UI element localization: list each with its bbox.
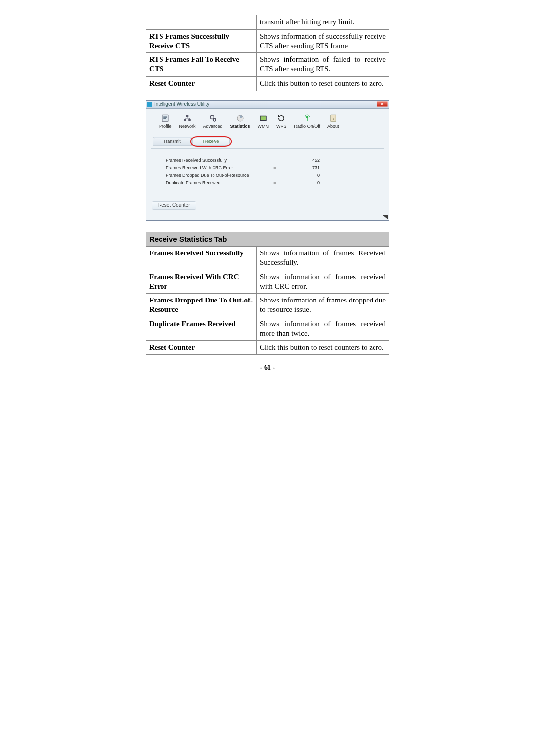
app-icon xyxy=(147,102,152,107)
desc-cell: Shows information of frames dropped due … xyxy=(257,294,389,317)
term-cell: Frames Received Successfully xyxy=(146,247,257,270)
term-cell: Reset Counter xyxy=(146,341,257,355)
statistics-icon xyxy=(235,114,245,123)
table-row: Reset Counter Click this button to reset… xyxy=(146,341,389,355)
svg-rect-4 xyxy=(184,119,186,121)
svg-point-12 xyxy=(306,116,309,118)
statistics-subtabs: Transmit Receive xyxy=(151,132,384,149)
table-row: Reset Counter Click this button to reset… xyxy=(146,76,389,91)
term-cell: Frames Received With CRC Error xyxy=(146,270,257,294)
toolbar-profile[interactable]: Profile xyxy=(156,113,175,130)
table-row: transmit after hitting retry limit. xyxy=(146,15,389,30)
stat-equals: = xyxy=(265,165,285,170)
stat-label: Frames Received With CRC Error xyxy=(166,165,265,170)
stat-value: 0 xyxy=(285,173,320,178)
toolbar-item-label: About xyxy=(327,124,339,129)
stat-row: Frames Received Successfully = 452 xyxy=(166,158,374,163)
wmm-icon xyxy=(258,114,268,123)
page-number: - 61 - xyxy=(0,364,535,372)
toolbar-item-label: WPS xyxy=(276,124,287,129)
table-row: Duplicate Frames Received Shows informat… xyxy=(146,317,389,341)
receive-stats-block: Frames Received Successfully = 452 Frame… xyxy=(151,153,384,193)
toolbar-item-label: Radio On/Off xyxy=(294,124,320,129)
tab-receive[interactable]: Receive xyxy=(193,137,230,145)
term-cell: Duplicate Frames Received xyxy=(146,317,257,341)
about-icon: i xyxy=(328,114,338,123)
table-row: Frames Received With CRC Error Shows inf… xyxy=(146,270,389,294)
desc-cell: transmit after hitting retry limit. xyxy=(257,15,389,30)
toolbar-wmm[interactable]: WMM xyxy=(255,113,272,130)
table-row: Frames Dropped Due To Out-of-Resource Sh… xyxy=(146,294,389,317)
wps-icon xyxy=(276,114,286,123)
term-cell xyxy=(146,15,257,30)
stat-row: Frames Received With CRC Error = 731 xyxy=(166,165,374,170)
toolbar-network[interactable]: Network xyxy=(176,113,199,130)
table-row: RTS Frames Fail To Receive CTS Shows inf… xyxy=(146,53,389,77)
close-button[interactable]: ✕ xyxy=(377,101,388,107)
toolbar-item-label: Statistics xyxy=(230,124,250,129)
toolbar-about[interactable]: i About xyxy=(324,113,342,130)
term-cell: RTS Frames Successfully Receive CTS xyxy=(146,29,257,53)
section-heading: Receive Statistics Tab xyxy=(146,232,389,247)
svg-rect-3 xyxy=(163,118,166,119)
stat-equals: = xyxy=(265,158,285,163)
toolbar-item-label: Network xyxy=(179,124,196,129)
svg-point-8 xyxy=(213,118,216,121)
table-row: Frames Received Successfully Shows infor… xyxy=(146,247,389,270)
stat-value: 0 xyxy=(285,180,320,185)
top-definitions-table: transmit after hitting retry limit. RTS … xyxy=(146,15,389,91)
tab-transmit[interactable]: Transmit xyxy=(153,137,191,145)
stat-label: Frames Dropped Due To Out-of-Resource xyxy=(166,173,265,178)
main-toolbar: Profile Network Advanced xyxy=(151,112,384,132)
profile-icon xyxy=(160,114,170,123)
gears-icon xyxy=(208,114,218,123)
toolbar-radio-toggle[interactable]: Radio On/Off xyxy=(291,113,323,130)
term-cell: Reset Counter xyxy=(146,76,257,91)
stat-value: 452 xyxy=(285,158,320,163)
network-icon xyxy=(182,114,192,123)
stat-value: 731 xyxy=(285,165,320,170)
desc-cell: Shows information of frames Received Suc… xyxy=(257,247,389,270)
toolbar-item-label: Advanced xyxy=(203,124,223,129)
desc-cell: Click this button to reset counters to z… xyxy=(257,341,389,355)
desc-cell: Shows information of frames received mor… xyxy=(257,317,389,341)
term-cell: RTS Frames Fail To Receive CTS xyxy=(146,53,257,77)
window-title: Intelligent Wireless Utility xyxy=(154,101,209,107)
toolbar-advanced[interactable]: Advanced xyxy=(200,113,226,130)
svg-rect-5 xyxy=(188,119,191,121)
toolbar-statistics[interactable]: Statistics xyxy=(227,113,253,130)
stat-label: Duplicate Frames Received xyxy=(166,180,265,185)
svg-rect-11 xyxy=(261,116,266,120)
stat-equals: = xyxy=(265,180,285,185)
svg-rect-6 xyxy=(186,115,189,117)
desc-cell: Shows information of frames received wit… xyxy=(257,270,389,294)
svg-rect-2 xyxy=(163,117,167,117)
toolbar-item-label: WMM xyxy=(258,124,269,129)
receive-stats-definitions-table: Receive Statistics Tab Frames Received S… xyxy=(146,232,389,355)
desc-cell: Shows information of failed to receive C… xyxy=(257,53,389,77)
radio-on-icon xyxy=(302,114,312,123)
stat-equals: = xyxy=(265,173,285,178)
term-cell: Frames Dropped Due To Out-of-Resource xyxy=(146,294,257,317)
tab-label: Receive xyxy=(203,139,219,144)
svg-rect-13 xyxy=(307,118,308,121)
toolbar-item-label: Profile xyxy=(159,124,172,129)
svg-rect-1 xyxy=(163,116,167,116)
table-row: RTS Frames Successfully Receive CTS Show… xyxy=(146,29,389,53)
stat-row: Duplicate Frames Received = 0 xyxy=(166,180,374,185)
resize-grip-icon[interactable] xyxy=(146,215,389,220)
desc-cell: Shows information of successfully receiv… xyxy=(257,29,389,53)
tab-separator xyxy=(151,148,384,149)
table-section-header: Receive Statistics Tab xyxy=(146,232,389,247)
reset-counter-button[interactable]: Reset Counter xyxy=(152,202,196,209)
window-titlebar: Intelligent Wireless Utility ✕ xyxy=(146,101,389,109)
tab-label: Transmit xyxy=(163,139,181,144)
toolbar-wps[interactable]: WPS xyxy=(273,113,290,130)
stat-row: Frames Dropped Due To Out-of-Resource = … xyxy=(166,173,374,178)
desc-cell: Click this button to reset counters to z… xyxy=(257,76,389,91)
wireless-utility-window: Intelligent Wireless Utility ✕ Profile N… xyxy=(146,100,389,221)
stat-label: Frames Received Successfully xyxy=(166,158,265,163)
